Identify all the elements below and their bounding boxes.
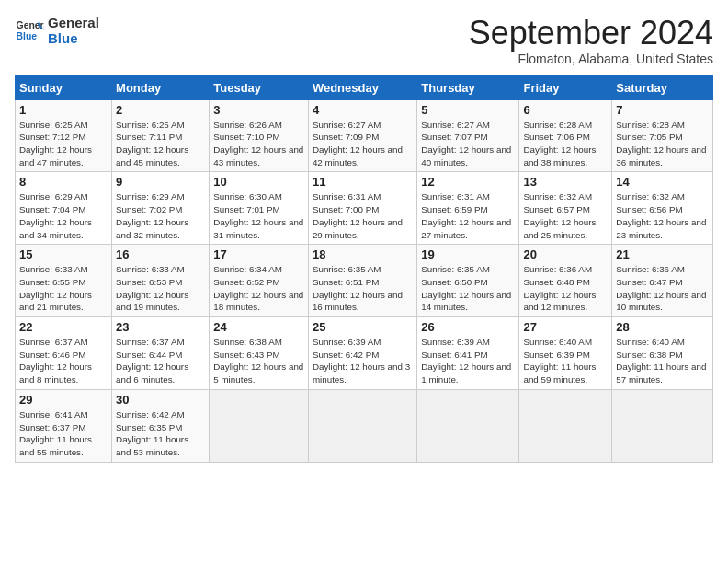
day-number: 27	[523, 320, 608, 334]
main-title: September 2024	[469, 15, 713, 52]
day-info: Sunrise: 6:39 AMSunset: 6:42 PMDaylight:…	[313, 336, 413, 386]
col-header-friday: Friday	[519, 75, 612, 99]
calendar-cell: 26Sunrise: 6:39 AMSunset: 6:41 PMDayligh…	[417, 317, 519, 390]
calendar-cell: 30Sunrise: 6:42 AMSunset: 6:35 PMDayligh…	[112, 389, 210, 462]
calendar-cell: 21Sunrise: 6:36 AMSunset: 6:47 PMDayligh…	[612, 245, 713, 317]
logo: General Blue General Blue	[15, 15, 99, 47]
day-info: Sunrise: 6:41 AMSunset: 6:37 PMDaylight:…	[19, 408, 108, 459]
day-number: 4	[313, 103, 413, 117]
page-container: General Blue General Blue September 2024…	[0, 0, 728, 470]
calendar-cell: 20Sunrise: 6:36 AMSunset: 6:48 PMDayligh…	[519, 245, 612, 317]
day-number: 29	[19, 393, 108, 407]
header-row: SundayMondayTuesdayWednesdayThursdayFrid…	[16, 75, 713, 99]
day-number: 18	[313, 247, 413, 261]
week-row-5: 29Sunrise: 6:41 AMSunset: 6:37 PMDayligh…	[16, 389, 713, 462]
header: General Blue General Blue September 2024…	[15, 15, 713, 66]
calendar-cell: 16Sunrise: 6:33 AMSunset: 6:53 PMDayligh…	[112, 245, 210, 317]
day-number: 9	[116, 175, 205, 189]
day-info: Sunrise: 6:27 AMSunset: 7:09 PMDaylight:…	[313, 119, 413, 169]
calendar-cell: 22Sunrise: 6:37 AMSunset: 6:46 PMDayligh…	[16, 317, 112, 390]
calendar-cell: 24Sunrise: 6:38 AMSunset: 6:43 PMDayligh…	[210, 317, 309, 390]
day-number: 30	[116, 393, 205, 407]
calendar-cell: 14Sunrise: 6:32 AMSunset: 6:56 PMDayligh…	[612, 172, 713, 245]
day-info: Sunrise: 6:29 AMSunset: 7:02 PMDaylight:…	[116, 190, 205, 241]
logo-blue: Blue	[48, 30, 99, 46]
calendar-cell: 17Sunrise: 6:34 AMSunset: 6:52 PMDayligh…	[210, 245, 309, 317]
day-number: 10	[213, 175, 304, 189]
col-header-tuesday: Tuesday	[210, 75, 309, 99]
day-info: Sunrise: 6:35 AMSunset: 6:51 PMDaylight:…	[313, 263, 413, 314]
col-header-saturday: Saturday	[612, 75, 713, 99]
title-block: September 2024 Flomaton, Alabama, United…	[469, 15, 713, 66]
day-info: Sunrise: 6:37 AMSunset: 6:46 PMDaylight:…	[19, 336, 108, 386]
calendar-cell: 5Sunrise: 6:27 AMSunset: 7:07 PMDaylight…	[417, 99, 519, 172]
day-info: Sunrise: 6:28 AMSunset: 7:05 PMDaylight:…	[616, 119, 709, 169]
calendar-cell	[417, 389, 519, 462]
day-info: Sunrise: 6:33 AMSunset: 6:53 PMDaylight:…	[116, 263, 205, 314]
calendar-cell: 2Sunrise: 6:25 AMSunset: 7:11 PMDaylight…	[112, 99, 210, 172]
day-info: Sunrise: 6:42 AMSunset: 6:35 PMDaylight:…	[116, 408, 205, 459]
subtitle: Flomaton, Alabama, United States	[469, 52, 713, 66]
day-info: Sunrise: 6:31 AMSunset: 6:59 PMDaylight:…	[421, 190, 515, 241]
calendar-cell: 12Sunrise: 6:31 AMSunset: 6:59 PMDayligh…	[417, 172, 519, 245]
day-number: 22	[19, 320, 108, 334]
day-info: Sunrise: 6:31 AMSunset: 7:00 PMDaylight:…	[313, 190, 413, 241]
day-info: Sunrise: 6:32 AMSunset: 6:56 PMDaylight:…	[616, 190, 709, 241]
week-row-2: 8Sunrise: 6:29 AMSunset: 7:04 PMDaylight…	[16, 172, 713, 245]
week-row-3: 15Sunrise: 6:33 AMSunset: 6:55 PMDayligh…	[16, 245, 713, 317]
svg-text:Blue: Blue	[17, 31, 38, 41]
day-number: 2	[116, 103, 205, 117]
day-number: 1	[19, 103, 108, 117]
day-info: Sunrise: 6:36 AMSunset: 6:48 PMDaylight:…	[523, 263, 608, 314]
day-info: Sunrise: 6:38 AMSunset: 6:43 PMDaylight:…	[213, 336, 304, 386]
calendar-table: SundayMondayTuesdayWednesdayThursdayFrid…	[15, 75, 713, 463]
day-info: Sunrise: 6:28 AMSunset: 7:06 PMDaylight:…	[523, 119, 608, 169]
calendar-cell: 4Sunrise: 6:27 AMSunset: 7:09 PMDaylight…	[308, 99, 416, 172]
logo-icon: General Blue	[15, 16, 44, 45]
day-number: 5	[421, 103, 515, 117]
col-header-thursday: Thursday	[417, 75, 519, 99]
day-number: 3	[213, 103, 304, 117]
col-header-sunday: Sunday	[16, 75, 112, 99]
day-number: 28	[616, 320, 709, 334]
day-info: Sunrise: 6:29 AMSunset: 7:04 PMDaylight:…	[19, 190, 108, 241]
calendar-cell	[612, 389, 713, 462]
day-info: Sunrise: 6:32 AMSunset: 6:57 PMDaylight:…	[523, 190, 608, 241]
day-info: Sunrise: 6:25 AMSunset: 7:11 PMDaylight:…	[116, 119, 205, 169]
calendar-cell: 6Sunrise: 6:28 AMSunset: 7:06 PMDaylight…	[519, 99, 612, 172]
calendar-cell	[210, 389, 309, 462]
day-info: Sunrise: 6:25 AMSunset: 7:12 PMDaylight:…	[19, 119, 108, 169]
day-info: Sunrise: 6:34 AMSunset: 6:52 PMDaylight:…	[213, 263, 304, 314]
day-number: 15	[19, 247, 108, 261]
calendar-cell: 13Sunrise: 6:32 AMSunset: 6:57 PMDayligh…	[519, 172, 612, 245]
calendar-cell: 18Sunrise: 6:35 AMSunset: 6:51 PMDayligh…	[308, 245, 416, 317]
week-row-1: 1Sunrise: 6:25 AMSunset: 7:12 PMDaylight…	[16, 99, 713, 172]
day-number: 23	[116, 320, 205, 334]
day-number: 24	[213, 320, 304, 334]
calendar-cell: 10Sunrise: 6:30 AMSunset: 7:01 PMDayligh…	[210, 172, 309, 245]
day-info: Sunrise: 6:40 AMSunset: 6:39 PMDaylight:…	[523, 336, 608, 386]
calendar-cell: 7Sunrise: 6:28 AMSunset: 7:05 PMDaylight…	[612, 99, 713, 172]
day-number: 21	[616, 247, 709, 261]
week-row-4: 22Sunrise: 6:37 AMSunset: 6:46 PMDayligh…	[16, 317, 713, 390]
day-info: Sunrise: 6:35 AMSunset: 6:50 PMDaylight:…	[421, 263, 515, 314]
day-info: Sunrise: 6:39 AMSunset: 6:41 PMDaylight:…	[421, 336, 515, 386]
day-info: Sunrise: 6:33 AMSunset: 6:55 PMDaylight:…	[19, 263, 108, 314]
calendar-cell: 23Sunrise: 6:37 AMSunset: 6:44 PMDayligh…	[112, 317, 210, 390]
calendar-cell	[519, 389, 612, 462]
calendar-cell: 28Sunrise: 6:40 AMSunset: 6:38 PMDayligh…	[612, 317, 713, 390]
calendar-cell: 19Sunrise: 6:35 AMSunset: 6:50 PMDayligh…	[417, 245, 519, 317]
calendar-cell: 25Sunrise: 6:39 AMSunset: 6:42 PMDayligh…	[308, 317, 416, 390]
col-header-monday: Monday	[112, 75, 210, 99]
calendar-cell: 29Sunrise: 6:41 AMSunset: 6:37 PMDayligh…	[16, 389, 112, 462]
day-number: 8	[19, 175, 108, 189]
day-number: 12	[421, 175, 515, 189]
col-header-wednesday: Wednesday	[308, 75, 416, 99]
day-number: 7	[616, 103, 709, 117]
day-info: Sunrise: 6:40 AMSunset: 6:38 PMDaylight:…	[616, 336, 709, 386]
day-number: 16	[116, 247, 205, 261]
calendar-cell: 8Sunrise: 6:29 AMSunset: 7:04 PMDaylight…	[16, 172, 112, 245]
day-info: Sunrise: 6:27 AMSunset: 7:07 PMDaylight:…	[421, 119, 515, 169]
day-info: Sunrise: 6:30 AMSunset: 7:01 PMDaylight:…	[213, 190, 304, 241]
day-number: 6	[523, 103, 608, 117]
